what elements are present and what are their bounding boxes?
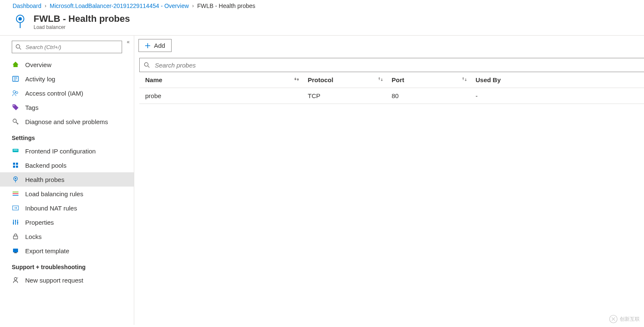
column-header-protocol[interactable]: Protocol	[308, 76, 392, 83]
svg-line-40	[148, 66, 149, 68]
cell-name: probe	[145, 92, 308, 99]
load-balancer-icon	[13, 14, 28, 30]
svg-point-10	[16, 92, 18, 94]
sort-icon	[461, 76, 467, 83]
sidebar-item-label: New support request	[25, 277, 83, 284]
iam-icon	[12, 89, 19, 97]
sidebar-item-label: Access control (IAM)	[25, 90, 83, 97]
svg-point-21	[15, 178, 16, 180]
svg-rect-33	[13, 236, 18, 239]
svg-point-9	[13, 91, 16, 93]
sidebar-item-frontend-ip[interactable]: Frontend IP configuration	[0, 144, 134, 158]
sidebar-item-access-control[interactable]: Access control (IAM)	[0, 86, 134, 100]
svg-point-30	[13, 223, 14, 224]
svg-point-39	[144, 63, 148, 67]
page-header: FWLB - Health probes Load balancer	[0, 12, 644, 36]
sidebar-item-health-probes[interactable]: Health probes	[0, 172, 134, 187]
sidebar-item-properties[interactable]: Properties	[0, 215, 134, 229]
sidebar-item-locks[interactable]: Locks	[0, 229, 134, 244]
svg-rect-16	[13, 163, 15, 165]
page-subtitle: Load balancer	[34, 24, 130, 30]
column-header-label: Name	[145, 76, 162, 83]
sidebar-item-label: Properties	[25, 219, 54, 226]
probe-search-input[interactable]	[154, 61, 640, 69]
column-header-label: Used By	[476, 76, 501, 83]
svg-point-32	[17, 222, 18, 223]
sidebar-search-input[interactable]	[25, 44, 118, 51]
page-title: FWLB - Health probes	[34, 13, 130, 24]
tags-icon	[12, 104, 19, 111]
svg-rect-15	[13, 150, 18, 151]
sidebar-item-new-support-request[interactable]: New support request	[0, 273, 134, 287]
svg-point-12	[13, 119, 16, 122]
sidebar-item-label: Locks	[25, 233, 42, 240]
sidebar-item-label: Export template	[25, 247, 69, 254]
add-button[interactable]: Add	[138, 39, 172, 52]
toolbar: Add	[134, 36, 644, 52]
svg-point-1	[18, 17, 22, 21]
cell-protocol: TCP	[308, 92, 392, 99]
support-icon	[12, 276, 19, 284]
sidebar-item-tags[interactable]: Tags	[0, 100, 134, 114]
svg-rect-18	[13, 166, 15, 168]
table-header-row: Name Protocol Port Used By	[139, 72, 644, 88]
lb-rules-icon	[12, 190, 19, 197]
sidebar-item-export-template[interactable]: Export template	[0, 244, 134, 258]
activity-log-icon	[12, 75, 19, 83]
breadcrumb-link[interactable]: Dashboard	[13, 3, 42, 9]
svg-rect-19	[16, 166, 18, 168]
column-header-used-by[interactable]: Used By	[476, 76, 639, 83]
watermark-text: 创新互联	[620, 316, 640, 323]
column-header-name[interactable]: Name	[145, 76, 308, 83]
breadcrumb-link[interactable]: Microsoft.LoadBalancer-20191229114454 - …	[50, 3, 189, 9]
sort-icon	[378, 76, 383, 83]
svg-point-31	[15, 221, 16, 222]
sidebar-item-label: Frontend IP configuration	[25, 148, 96, 155]
properties-icon	[12, 218, 19, 226]
svg-rect-14	[13, 149, 18, 152]
sidebar-item-label: Inbound NAT rules	[25, 205, 77, 212]
sort-icon	[294, 76, 300, 83]
svg-point-36	[14, 278, 17, 280]
collapse-sidebar-icon[interactable]: «	[125, 37, 131, 47]
svg-rect-35	[14, 252, 17, 253]
probe-search[interactable]	[139, 58, 644, 72]
cell-port: 80	[392, 92, 476, 99]
frontend-ip-icon	[12, 147, 19, 155]
svg-line-4	[19, 48, 21, 50]
sidebar-item-inbound-nat[interactable]: Inbound NAT rules	[0, 201, 134, 215]
sidebar-item-label: Diagnose and solve problems	[25, 118, 108, 125]
sidebar-item-backend-pools[interactable]: Backend pools	[0, 158, 134, 172]
overview-icon	[12, 61, 19, 68]
cell-used-by: -	[476, 92, 639, 99]
sidebar-item-label: Tags	[25, 104, 39, 111]
lock-icon	[12, 233, 19, 240]
sidebar-item-label: Health probes	[25, 176, 64, 183]
probes-table: Name Protocol Port Used By probe TCP	[139, 72, 644, 104]
column-header-port[interactable]: Port	[392, 76, 476, 83]
svg-rect-34	[13, 249, 18, 252]
svg-point-3	[16, 45, 20, 49]
table-row[interactable]: probe TCP 80 -	[139, 88, 644, 104]
breadcrumb-current: FWLB - Health probes	[197, 3, 256, 9]
health-probes-icon	[12, 176, 19, 183]
backend-pools-icon	[12, 161, 19, 169]
inbound-nat-icon	[12, 204, 19, 212]
chevron-right-icon: ›	[192, 3, 194, 9]
sidebar-item-label: Backend pools	[25, 162, 66, 169]
search-icon	[144, 62, 150, 68]
sidebar-item-label: Activity log	[25, 75, 55, 83]
plus-icon	[145, 43, 151, 49]
sidebar-item-label: Load balancing rules	[25, 190, 83, 197]
svg-point-11	[13, 105, 14, 106]
sidebar-item-diagnose[interactable]: Diagnose and solve problems	[0, 114, 134, 129]
sidebar-search[interactable]	[12, 41, 122, 53]
sidebar-item-lb-rules[interactable]: Load balancing rules	[0, 187, 134, 201]
svg-rect-17	[16, 163, 18, 165]
sidebar-item-activity-log[interactable]: Activity log	[0, 72, 134, 86]
sidebar-item-overview[interactable]: Overview	[0, 57, 134, 72]
sidebar: « Overview Activity log Access control (…	[0, 36, 134, 325]
watermark: 创新互联	[609, 314, 640, 324]
chevron-right-icon: ›	[45, 3, 47, 9]
sidebar-section-settings: Settings	[0, 129, 134, 144]
